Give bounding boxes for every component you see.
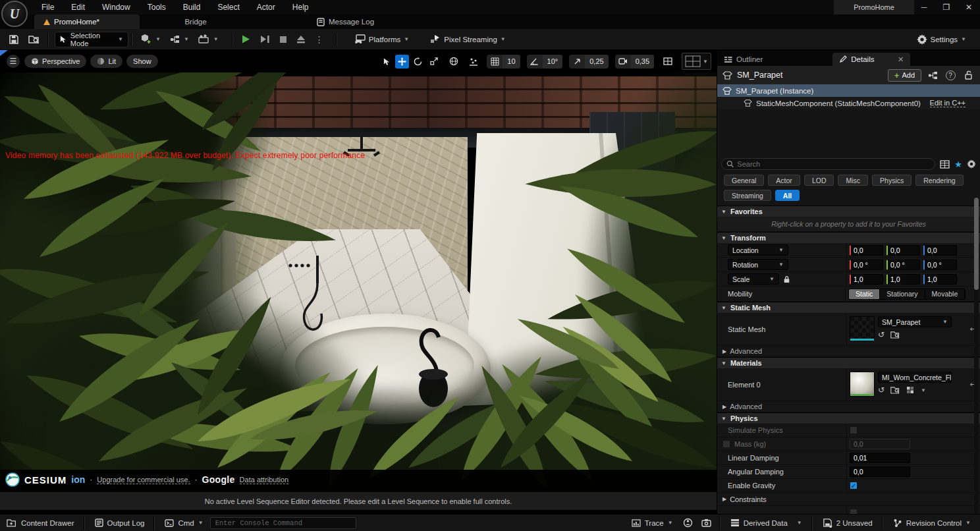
linear-damping-field[interactable]: 0,01 [850, 453, 910, 463]
play-options-button[interactable]: ⋮ [310, 32, 329, 47]
save-button[interactable] [4, 32, 24, 47]
help-button[interactable]: ? [944, 69, 957, 82]
mobility-static[interactable]: Static [849, 289, 880, 299]
insights-button[interactable] [680, 515, 696, 531]
scale-x-field[interactable]: 1,0 [850, 274, 883, 285]
filter-lod[interactable]: LOD [804, 175, 834, 186]
location-dropdown[interactable]: Location▼ [728, 244, 788, 256]
clipped-checkbox[interactable] [850, 509, 858, 514]
use-selected-asset-icon[interactable]: ↺ [878, 385, 885, 395]
menu-edit[interactable]: Edit [63, 1, 94, 14]
derived-data-dropdown[interactable]: Derived Data ▼ [724, 515, 809, 531]
cmd-dropdown[interactable]: Cmd ▼ [158, 515, 209, 531]
eject-button[interactable] [292, 32, 310, 47]
scale-lock-icon[interactable] [783, 275, 790, 283]
edit-in-cpp-link[interactable]: Edit in C++ [930, 99, 966, 107]
materials-advanced-row[interactable]: ▶ Advanced [717, 401, 980, 412]
search-box[interactable] [721, 158, 935, 170]
filter-misc[interactable]: Misc [838, 175, 868, 186]
scene-render[interactable]: Video memory has been exhausted (143.922… [0, 72, 717, 489]
add-actor-dropdown[interactable]: ▼ [136, 32, 165, 47]
convert-blueprint-button[interactable] [926, 69, 939, 82]
rotate-tool-button[interactable] [411, 55, 425, 69]
filter-physics[interactable]: Physics [872, 175, 912, 186]
details-scrollbar-thumb[interactable] [974, 198, 979, 290]
static-mesh-thumbnail[interactable] [850, 316, 875, 341]
scale-tool-button[interactable] [427, 55, 441, 69]
material-asset-dropdown[interactable]: MI_Worn_Concrete_Floor_vi [878, 372, 952, 383]
surface-snap-button[interactable] [466, 55, 480, 69]
constraints-row[interactable]: ▶ Constraints [717, 493, 980, 506]
filter-general[interactable]: General [724, 175, 764, 186]
category-favorites[interactable]: ▼ Favorites [717, 206, 980, 217]
location-x-field[interactable]: 0,0 [850, 245, 883, 256]
camera-speed-control[interactable]: 0,35 [615, 55, 654, 69]
menu-tools[interactable]: Tools [139, 1, 175, 14]
display-filter-icon[interactable] [940, 160, 950, 169]
unreal-logo-icon[interactable]: U [1, 1, 28, 27]
mobility-stationary[interactable]: Stationary [880, 289, 925, 299]
tab-bridge[interactable]: Bridge [140, 14, 252, 29]
rotation-y-field[interactable]: 0,0 ° [886, 260, 920, 270]
tab-outliner[interactable]: Outliner [717, 53, 769, 66]
mass-override-checkbox[interactable] [722, 440, 730, 448]
content-drawer-button[interactable]: Content Drawer [0, 515, 81, 531]
menu-build[interactable]: Build [175, 1, 209, 14]
platforms-dropdown[interactable]: Platforms▼ [350, 32, 414, 47]
mobility-movable[interactable]: Movable [925, 289, 966, 299]
angular-damping-field[interactable]: 0,0 [850, 466, 910, 477]
close-button[interactable]: ✕ [958, 0, 980, 14]
use-selected-asset-icon[interactable]: ↺ [878, 330, 885, 339]
scale-dropdown[interactable]: Scale▼ [728, 273, 779, 285]
menu-window[interactable]: Window [94, 1, 139, 14]
maximize-viewport-button[interactable] [661, 55, 674, 69]
lock-button[interactable] [962, 69, 975, 82]
browse-to-asset-icon[interactable] [890, 331, 900, 339]
scale-snap-control[interactable]: 0,25 [569, 55, 608, 69]
filter-rendering[interactable]: Rendering [915, 175, 963, 186]
static-mesh-advanced-row[interactable]: ▶ Advanced [717, 346, 980, 357]
simulate-physics-checkbox[interactable] [850, 426, 858, 434]
details-settings-icon[interactable] [967, 159, 976, 169]
minimize-button[interactable]: ─ [913, 0, 935, 14]
location-z-field[interactable]: 0,0 [923, 245, 957, 256]
tab-message-log[interactable]: Message Log [308, 14, 383, 29]
rotation-dropdown[interactable]: Rotation▼ [728, 259, 788, 270]
play-button[interactable] [236, 32, 256, 47]
console-input[interactable] [215, 519, 351, 527]
enable-gravity-checkbox[interactable]: ✓ [850, 482, 858, 489]
cinematics-dropdown[interactable]: ▼ [194, 32, 223, 47]
output-log-button[interactable]: Output Log [88, 515, 151, 531]
menu-actor[interactable]: Actor [248, 1, 284, 14]
scale-z-field[interactable]: 1,0 [923, 274, 957, 285]
component-row-staticmesh[interactable]: StaticMeshComponent (StaticMeshComponent… [717, 97, 980, 109]
filter-streaming[interactable]: Streaming [724, 190, 771, 201]
lit-dropdown[interactable]: Lit [90, 55, 122, 68]
unsaved-button[interactable]: 2 Unsaved [816, 515, 879, 531]
settings-dropdown[interactable]: Settings▼ [912, 32, 971, 47]
select-tool-button[interactable] [379, 55, 393, 69]
static-mesh-asset-dropdown[interactable]: SM_Parapet▼ [878, 316, 952, 327]
category-materials[interactable]: ▼ Materials [717, 357, 980, 368]
filter-actor[interactable]: Actor [768, 175, 800, 186]
blueprints-dropdown[interactable]: ▼ [165, 32, 194, 47]
close-icon[interactable]: ✕ [898, 55, 904, 64]
menu-file[interactable]: File [33, 1, 63, 14]
world-space-button[interactable] [447, 55, 460, 69]
menu-help[interactable]: Help [284, 1, 317, 14]
category-physics[interactable]: ▼ Physics [717, 412, 980, 424]
category-transform[interactable]: ▼ Transform [717, 232, 980, 243]
material-thumbnail[interactable] [850, 372, 875, 397]
data-attribution-link[interactable]: Data attribution [240, 476, 289, 484]
mass-field[interactable]: 0,0 [850, 439, 910, 449]
trace-dropdown[interactable]: Trace ▼ [625, 515, 680, 531]
rotation-x-field[interactable]: 0,0 ° [850, 260, 883, 270]
show-dropdown[interactable]: Show [126, 55, 158, 68]
stop-button[interactable] [275, 32, 292, 47]
search-input[interactable] [737, 160, 930, 168]
favorites-star-icon[interactable]: ★ [954, 159, 962, 169]
add-component-button[interactable]: + Add [888, 69, 921, 82]
tab-promohome[interactable]: PromoHome* [34, 14, 140, 29]
component-row-instance[interactable]: SM_Parapet (Instance) [717, 84, 980, 97]
category-static-mesh[interactable]: ▼ Static Mesh [717, 302, 980, 313]
